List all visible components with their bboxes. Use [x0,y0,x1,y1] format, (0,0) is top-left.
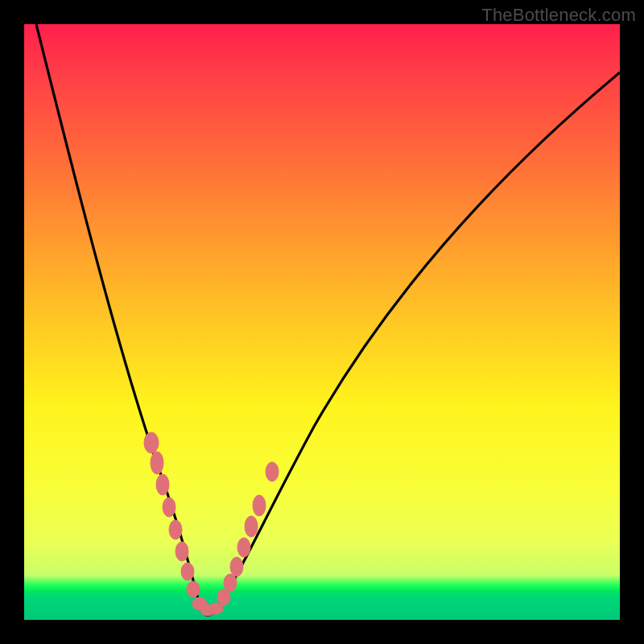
bottleneck-curve [36,24,620,615]
svg-point-3 [163,497,175,517]
svg-point-17 [266,462,279,481]
svg-point-4 [169,520,182,539]
marker-group [144,432,279,616]
svg-point-12 [224,574,237,592]
svg-point-1 [151,452,163,474]
svg-point-15 [245,516,258,537]
svg-point-13 [230,557,243,576]
svg-point-7 [187,581,200,597]
svg-point-5 [175,542,188,561]
svg-point-2 [156,474,169,495]
chart-frame: TheBottleneck.com [0,0,644,644]
svg-point-14 [237,538,250,557]
svg-point-0 [144,432,159,453]
plot-area [24,24,620,620]
svg-point-6 [181,563,194,580]
chart-svg [24,24,620,620]
watermark-text: TheBottleneck.com [481,5,636,26]
svg-point-16 [253,495,266,516]
